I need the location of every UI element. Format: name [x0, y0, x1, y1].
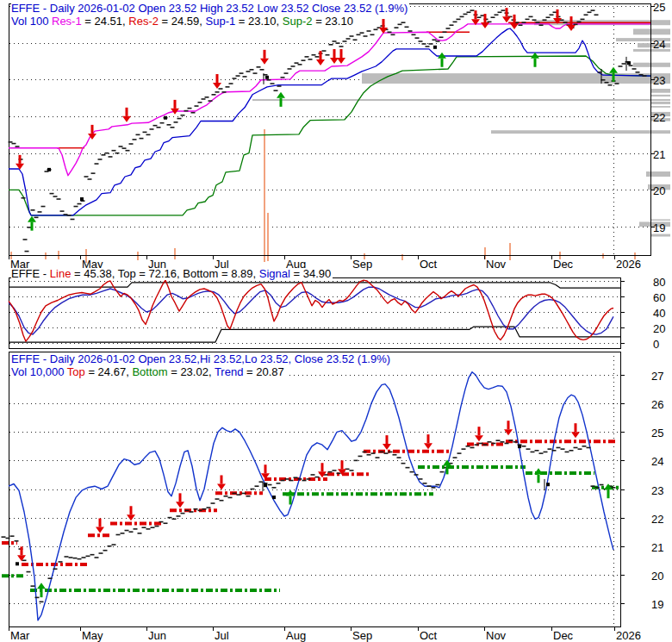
sell-arrow-stem [484, 14, 487, 22]
buy-arrow-stem [534, 59, 537, 67]
volume-profile-bar [646, 171, 670, 177]
sell-arrow-icon [316, 59, 325, 65]
series-trend [9, 372, 613, 620]
buy-arrow-stem [441, 59, 444, 67]
sell-arrow-stem [19, 155, 22, 164]
price-square-marker [433, 46, 437, 49]
panel2-legend-part: Line [50, 267, 72, 280]
price-square-marker [16, 562, 19, 565]
sell-arrow-icon [481, 22, 489, 28]
panel3-symbol-ohlc: EFFE - Daily 2026-01-02 Open 23.52,Hi 23… [11, 352, 390, 365]
price-square-marker [47, 168, 51, 171]
sell-arrow-stem [513, 15, 516, 23]
y-tick-label: 23 [653, 74, 665, 87]
sell-arrow-stem [506, 8, 508, 16]
panel2-title: EFFE - Line = 45.38, Top = 72.16, Bottom… [11, 268, 333, 280]
sell-arrow-stem [340, 49, 343, 58]
x-tick-label-Oct: Oct [420, 629, 438, 642]
sell-arrow-stem [216, 74, 219, 83]
y-tick-label: 80 [653, 276, 665, 289]
buy-arrow-stem [446, 465, 449, 474]
y-tick-label: 25 [653, 1, 665, 14]
volume-profile-bar [650, 106, 670, 108]
sell-arrow-stem [99, 519, 102, 527]
sell-arrow-stem [264, 464, 267, 473]
x-tick-label-Sep: Sep [352, 629, 372, 642]
chart-canvas: 25242322212019MarMayJunJulAugSepOctNovDe… [0, 0, 672, 642]
x-tick-label-May: May [82, 629, 103, 642]
price-square-marker [546, 483, 550, 486]
sell-arrow-icon [96, 527, 104, 533]
y-tick-label: 26 [651, 398, 663, 411]
sell-arrow-stem [174, 100, 177, 109]
volume-profile-bar [650, 89, 670, 93]
y-tick-label: 24 [653, 38, 665, 51]
y-tick-label: 22 [653, 111, 665, 124]
price-square-marker [264, 483, 267, 487]
panel-price-envelope: 25242322212019MarMayJunJulAugSepOctNovDe… [9, 1, 671, 271]
panel1-legend-part: = 24.59, [159, 15, 206, 28]
panel1-legend-part: = 24.51, [82, 15, 129, 28]
series-line [9, 280, 613, 341]
buy-arrow-icon [609, 67, 618, 73]
sell-arrow-stem [333, 49, 336, 58]
panel1-legend-part: = 23.10, [235, 15, 283, 28]
buy-arrow-icon [37, 583, 46, 589]
sell-arrow-icon [502, 16, 511, 22]
panel3-title-line2: Vol 10,000 Top = 24.67, Bottom = 23.02, … [11, 366, 286, 378]
chart-stage: 25242322212019MarMayJunJulAugSepOctNovDe… [0, 0, 672, 642]
panel1-legend-part: = 23.10 [313, 15, 353, 28]
sell-arrow-icon [213, 83, 221, 89]
sell-arrow-icon [337, 58, 345, 64]
sell-arrow-icon [510, 23, 519, 29]
buy-arrow-icon [443, 459, 451, 465]
x-tick-label-Dec: Dec [553, 629, 574, 642]
panel3-legend-part: = 24.67, [85, 365, 133, 378]
y-tick-label: 27 [651, 370, 663, 383]
price-square-marker [265, 76, 269, 79]
sell-arrow-stem [130, 506, 133, 514]
buy-arrow-stem [31, 222, 34, 231]
x-tick-label-2026: 2026 [616, 629, 641, 642]
buy-arrow-stem [289, 496, 292, 504]
sell-arrow-stem [126, 108, 128, 116]
volume-profile-bar [252, 99, 670, 101]
y-tick-label: 20 [651, 570, 663, 583]
x-tick-label-Oct: Oct [420, 258, 438, 271]
panel2-legend-part: Signal [259, 267, 290, 280]
panel3-title-line1: EFFE - Daily 2026-01-02 Open 23.52,Hi 23… [11, 353, 392, 365]
buy-arrow-stem [280, 98, 283, 107]
sell-arrow-icon [571, 432, 580, 438]
buy-arrow-icon [534, 468, 543, 474]
sell-arrow-stem [383, 19, 385, 28]
sell-arrow-icon [122, 116, 131, 122]
panel2-legend-part: = 34.90 [290, 267, 331, 280]
sell-arrow-stem [179, 493, 182, 502]
y-tick-label: 19 [651, 598, 663, 611]
panel1-legend-part: Res-1 [52, 15, 82, 28]
price-square-marker [627, 61, 631, 65]
y-tick-label: 19 [653, 221, 665, 234]
sell-arrow-stem [341, 460, 344, 469]
panel3-legend-part: = 23.02, [168, 365, 215, 378]
buy-arrow-stem [40, 589, 43, 597]
panel2-legend-part: = 45.38, Top = 72.16, Bottom = 8.89, [71, 267, 258, 280]
panel1-symbol-ohlc: EFFE - Daily 2026-01-02 Open 23.52 High … [11, 2, 408, 15]
price-square-marker [272, 496, 276, 499]
y-tick-label: 60 [653, 291, 665, 304]
sell-arrow-icon [424, 443, 432, 449]
panel1-title-line1: EFFE - Daily 2026-01-02 Open 23.52 High … [11, 3, 409, 15]
buy-arrow-stem [607, 489, 610, 498]
x-tick-label-Nov: Nov [486, 629, 507, 642]
buy-arrow-icon [277, 92, 285, 98]
x-tick-label-Aug: Aug [286, 629, 306, 642]
buy-arrow-stem [613, 73, 615, 82]
x-tick-label-2026: 2026 [616, 258, 641, 271]
y-tick-label: 20 [653, 322, 665, 335]
y-tick-label: 0 [653, 338, 659, 351]
series-top-band [9, 283, 620, 288]
y-tick-label: 21 [651, 541, 663, 554]
panel-trend-stops: 272625242322212019MarMayJunJulAugSepOctN… [2, 352, 664, 642]
sell-arrow-stem [507, 421, 510, 429]
volume-profile-bar [633, 63, 670, 67]
